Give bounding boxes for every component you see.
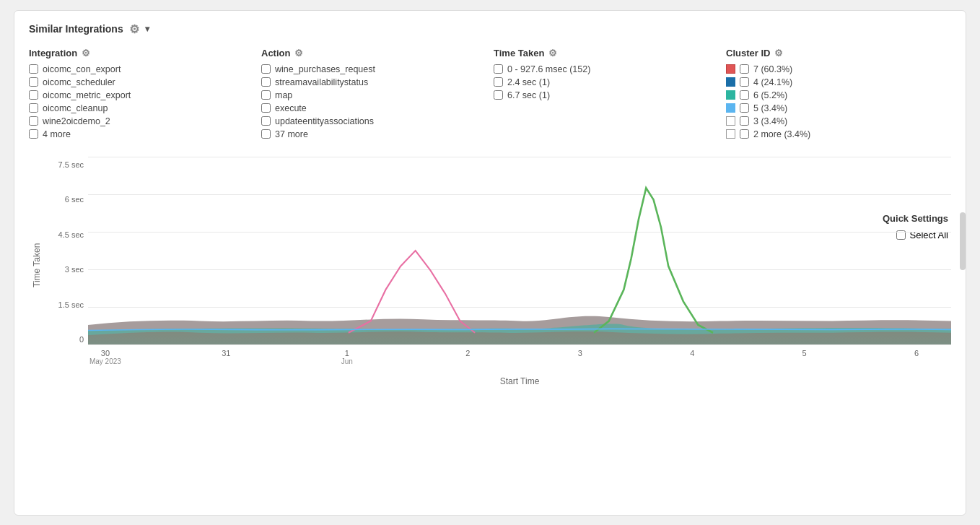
time-taken-checkbox-0[interactable]: [494, 64, 503, 74]
green-line: [594, 188, 713, 332]
x-tick-group-5: 4: [690, 349, 694, 357]
time-taken-label: Time Taken: [494, 48, 544, 58]
x-tick-group-1: 31: [222, 349, 230, 357]
list-item: execute: [261, 103, 486, 113]
action-checkbox-5[interactable]: [261, 129, 271, 139]
y-tick-5: 0: [45, 335, 88, 344]
x-tick-2: 2: [465, 349, 470, 357]
cluster-id-gear-icon[interactable]: ⚙: [774, 48, 783, 58]
time-taken-item-2: 6.7 sec (1): [507, 90, 550, 100]
time-taken-checkbox-1[interactable]: [494, 77, 503, 87]
list-item: 2.4 sec (1): [494, 77, 719, 87]
integration-item-1: oicomc_scheduler: [43, 77, 115, 87]
list-item: streamavailabilitystatus: [261, 77, 486, 87]
cluster-item-1: 4 (24.1%): [753, 77, 792, 87]
chart-area: Time Taken 7.5 sec 6 sec 4.5 sec 3 sec 1…: [29, 157, 951, 373]
cluster-item-5: 2 more (3.4%): [753, 129, 810, 139]
cluster-color-2: [726, 90, 735, 100]
list-item: wine_purchases_request: [261, 64, 486, 74]
action-label: Action: [261, 48, 290, 58]
cluster-item-3: 5 (3.4%): [753, 103, 787, 113]
x-axis-label: Start Time: [500, 376, 540, 386]
cluster-checkbox-1[interactable]: [740, 77, 749, 87]
integration-filter-col: Integration ⚙ oicomc_con_export oicomc_s…: [29, 48, 261, 142]
card-title: Similar Integrations: [29, 23, 123, 35]
list-item: 6 (5.2%): [726, 90, 951, 100]
list-item: 2 more (3.4%): [726, 129, 951, 139]
cluster-color-3: [726, 103, 735, 113]
y-tick-4: 1.5 sec: [45, 300, 88, 309]
cluster-item-0: 7 (60.3%): [753, 64, 792, 74]
cluster-item-2: 6 (5.2%): [753, 90, 787, 100]
action-gear-icon[interactable]: ⚙: [294, 48, 303, 58]
integration-item-3: oicomc_cleanup: [43, 103, 108, 113]
list-item: 3 (3.4%): [726, 116, 951, 126]
action-checkbox-4[interactable]: [261, 116, 271, 126]
cluster-checkbox-0[interactable]: [740, 64, 749, 74]
time-taken-item-1: 2.4 sec (1): [507, 77, 550, 87]
card-header: Similar Integrations ⚙ ▾: [29, 22, 951, 36]
x-tick-group-2: 1 Jun: [341, 349, 353, 365]
action-checkbox-3[interactable]: [261, 103, 271, 113]
x-tick-jun: Jun: [341, 357, 353, 365]
cluster-id-filter-col: Cluster ID ⚙ 7 (60.3%) 4 (24.1%) 6 (5.2%…: [726, 48, 951, 142]
action-checkbox-1[interactable]: [261, 77, 271, 87]
action-item-2: map: [275, 90, 292, 100]
gear-icon[interactable]: ⚙: [129, 22, 139, 36]
time-taken-item-0: 0 - 927.6 msec (152): [507, 64, 590, 74]
time-taken-checkbox-2[interactable]: [494, 90, 503, 100]
time-taken-filter-col: Time Taken ⚙ 0 - 927.6 msec (152) 2.4 se…: [494, 48, 726, 142]
action-item-4: updateentityassociations: [275, 116, 374, 126]
integration-checkbox-3[interactable]: [29, 103, 38, 113]
x-tick-3: 3: [578, 349, 582, 357]
chart-inner: 30 May 2023 31 1 Jun 2 3: [88, 157, 951, 373]
cluster-id-filter-header: Cluster ID ⚙: [726, 48, 951, 58]
list-item: 5 (3.4%): [726, 103, 951, 113]
x-tick-group-0: 30 May 2023: [89, 349, 121, 365]
integration-checkbox-5[interactable]: [29, 129, 38, 139]
cluster-checkbox-3[interactable]: [740, 103, 749, 113]
action-filter-col: Action ⚙ wine_purchases_request streamav…: [261, 48, 494, 142]
x-tick-6: 6: [914, 349, 919, 357]
chart-svg: [88, 157, 951, 344]
y-tick-0: 7.5 sec: [45, 160, 88, 169]
x-tick-group-7: 6: [914, 349, 919, 357]
integration-item-5: 4 more: [43, 129, 71, 139]
action-item-1: streamavailabilitystatus: [275, 77, 368, 87]
x-tick-31: 31: [222, 349, 230, 357]
x-tick-1: 1: [341, 349, 353, 357]
list-item: 6.7 sec (1): [494, 90, 719, 100]
list-item: updateentityassociations: [261, 116, 486, 126]
list-item: oicomc_metric_export: [29, 90, 254, 100]
action-checkbox-2[interactable]: [261, 90, 271, 100]
y-axis: 7.5 sec 6 sec 4.5 sec 3 sec 1.5 sec 0: [45, 157, 88, 373]
cluster-color-1: [726, 77, 735, 87]
cluster-checkbox-2[interactable]: [740, 90, 749, 100]
chevron-down-icon[interactable]: ▾: [145, 24, 149, 34]
x-tick-group-4: 3: [578, 349, 582, 357]
integration-gear-icon[interactable]: ⚙: [82, 48, 90, 58]
integration-checkbox-1[interactable]: [29, 77, 38, 87]
list-item: oicomc_con_export: [29, 64, 254, 74]
action-checkbox-0[interactable]: [261, 64, 271, 74]
scroll-handle[interactable]: [960, 212, 966, 270]
x-tick-may: May 2023: [89, 357, 121, 365]
y-tick-2: 4.5 sec: [45, 230, 88, 239]
integration-checkbox-4[interactable]: [29, 116, 38, 126]
action-item-0: wine_purchases_request: [275, 64, 375, 74]
time-taken-gear-icon[interactable]: ⚙: [548, 48, 557, 58]
list-item: 4 (24.1%): [726, 77, 951, 87]
list-item: 0 - 927.6 msec (152): [494, 64, 719, 74]
x-tick-group-3: 2: [465, 349, 470, 357]
cluster-checkbox-4[interactable]: [740, 116, 749, 126]
cluster-id-label: Cluster ID: [726, 48, 770, 58]
cluster-checkbox-5[interactable]: [740, 129, 749, 139]
integration-checkbox-0[interactable]: [29, 64, 38, 74]
similar-integrations-card: Similar Integrations ⚙ ▾ Integration ⚙ o…: [14, 10, 966, 516]
y-axis-label: Time Taken: [29, 157, 45, 373]
integration-filter-header: Integration ⚙: [29, 48, 254, 58]
list-item: wine2oicdemo_2: [29, 116, 254, 126]
chart-container: Time Taken 7.5 sec 6 sec 4.5 sec 3 sec 1…: [29, 157, 951, 373]
integration-checkbox-2[interactable]: [29, 90, 38, 100]
cluster-color-0: [726, 64, 735, 74]
